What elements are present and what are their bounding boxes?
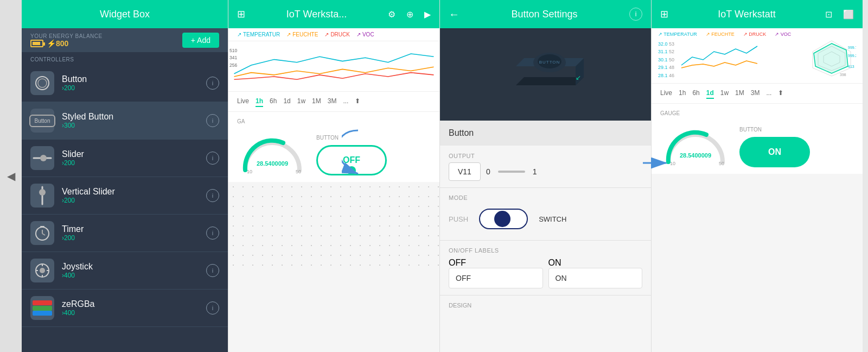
vertical-slider-widget-icon (30, 184, 54, 208)
iot-panel2-title: IoT Werkstatt (675, 9, 819, 20)
tab-3m-2[interactable]: 3M (751, 88, 760, 99)
tab-1d-1[interactable]: 1d (283, 96, 290, 107)
slider-widget-cost: ›200 (62, 159, 206, 167)
widget-item-joystick[interactable]: Joystick ›400 i (22, 252, 228, 290)
energy-bar: YOUR ENERGY BALANCE ⚡800 + Add (22, 28, 228, 52)
widget-item-vertical-slider[interactable]: Vertical Slider ›200 i (22, 177, 228, 215)
widget-item-slider[interactable]: Slider ›200 i (22, 140, 228, 177)
widget-item-zergba[interactable]: zeRGBa ›400 i (22, 290, 228, 327)
button-indicator-dot (347, 166, 356, 175)
iot-panel1-device-icon: ⊞ (237, 8, 245, 20)
slider-widget-name: Slider (62, 149, 206, 159)
vertical-slider-info-icon[interactable]: i (206, 189, 219, 202)
gauge-column-1: GA 28.5400009 10 50 (237, 118, 308, 175)
mode-toggle-container[interactable] (479, 209, 528, 229)
onoff-grid: OFF OFF ON ON (449, 258, 642, 288)
gauge-widget-2: 28.5400009 10 50 (660, 118, 731, 167)
tab-live-2[interactable]: Live (660, 88, 672, 99)
svg-text:341: 341 (229, 55, 237, 60)
iot-panel2-screen-icon[interactable]: ⊡ (825, 9, 832, 20)
widget-list: Button ›200 i Button Styled Button ›300 … (22, 65, 228, 327)
output-pin[interactable]: V11 (449, 162, 481, 181)
tab-live-1[interactable]: Live (237, 96, 249, 107)
back-navigation[interactable]: ◀ (0, 0, 22, 352)
iot-panel2-device-icon: ⊞ (660, 8, 668, 20)
joystick-widget-name: Joystick (62, 262, 206, 272)
svg-point-5 (39, 189, 46, 196)
joystick-widget-icon (30, 259, 54, 282)
gauge-widget-1: 28.5400009 10 50 (237, 127, 308, 175)
tab-more-1[interactable]: ... (343, 96, 348, 107)
tab-1h-1[interactable]: 1h (256, 96, 263, 107)
button-widget-info: Button ›200 (62, 74, 206, 92)
iot-panel1-settings-icon[interactable]: ⚙ (388, 9, 395, 20)
slider-info-icon[interactable]: i (206, 152, 219, 165)
tab-1h-2[interactable]: 1h (679, 88, 686, 99)
chart-area-1: 510 341 256 (228, 41, 439, 92)
dotted-canvas-1[interactable] (228, 182, 439, 269)
onoff-labels-section: ON/OFF LABELS OFF OFF ON ON (440, 241, 651, 296)
button-widget-on[interactable]: ON (739, 137, 810, 167)
druck-label-2: ↗ DRUCK (743, 32, 767, 37)
back-icon: ◀ (7, 169, 15, 183)
onoff-section-label: ON/OFF LABELS (449, 247, 642, 254)
mode-toggle[interactable] (479, 209, 528, 229)
styled-button-widget-name: Styled Button (62, 112, 206, 122)
svg-text:999.72: 999.72 (848, 46, 856, 49)
tab-6h-2[interactable]: 6h (692, 88, 699, 99)
voc-label-1: VOC (356, 32, 374, 37)
zergba-info-icon[interactable]: i (206, 301, 219, 315)
svg-rect-18 (33, 311, 52, 316)
svg-point-1 (38, 79, 47, 87)
button-field-name: Button (449, 128, 474, 137)
tab-6h-1[interactable]: 6h (270, 96, 277, 107)
tab-export-1[interactable]: ⬆ (355, 96, 360, 107)
tab-more-2[interactable]: ... (766, 88, 771, 99)
button-widget-off[interactable]: OFF (316, 145, 387, 175)
svg-text:28.5400009: 28.5400009 (680, 152, 711, 159)
tab-1d-2[interactable]: 1d (706, 88, 714, 99)
iot-panel1-title: IoT Werksta... (252, 9, 381, 20)
tab-1w-1[interactable]: 1w (297, 96, 305, 107)
mode-row: PUSH SWITCH (449, 204, 642, 234)
tab-1m-1[interactable]: 1M (312, 96, 321, 107)
widget-item-timer[interactable]: Timer ›200 i (22, 215, 228, 252)
button-off-text: OFF (343, 155, 360, 165)
iot-panel2-expand-icon[interactable]: ⬜ (843, 9, 854, 20)
iot-panel1-add-icon[interactable]: ⊕ (406, 9, 413, 20)
joystick-info-icon[interactable]: i (206, 264, 219, 277)
tab-3m-1[interactable]: 3M (328, 96, 337, 107)
settings-back-icon[interactable]: ← (449, 8, 459, 21)
tab-export-2[interactable]: ⬆ (778, 88, 783, 99)
settings-header: ← Button Settings i (440, 0, 651, 28)
chart-numbers-left: 32.0 53 31.1 52 30.1 50 29.1 48 28.1 46 (658, 38, 674, 79)
widget-box-panel: Widget Box YOUR ENERGY BALANCE ⚡800 + Ad… (22, 0, 228, 352)
chart-with-radar: 32.0 53 31.1 52 30.1 50 29.1 48 28.1 46 (658, 38, 856, 81)
widget-item-styled-button[interactable]: Button Styled Button ›300 i (22, 102, 228, 140)
off-value-input[interactable]: OFF (449, 268, 543, 288)
push-label: PUSH (449, 215, 468, 223)
add-button[interactable]: + Add (182, 33, 219, 48)
vertical-slider-widget-cost: ›200 (62, 197, 206, 204)
controllers-label: CONTROLLERS (22, 52, 228, 65)
settings-info-icon[interactable]: i (629, 8, 642, 21)
svg-point-11 (40, 268, 45, 273)
svg-text:398: 398 (840, 73, 846, 77)
button-widget-name: Button (62, 74, 206, 84)
widget-item-button[interactable]: Button ›200 i (22, 65, 228, 102)
button-section-label-1: BUTTON (316, 135, 387, 141)
temp-label-1: TEMPERATUR (237, 32, 280, 37)
timer-widget-name: Timer (62, 224, 206, 234)
tab-1w-2[interactable]: 1w (720, 88, 729, 99)
energy-amount: ⚡800 (47, 39, 68, 48)
on-value-input[interactable]: ON (548, 268, 643, 288)
iot-panel1-play-icon[interactable]: ▶ (424, 9, 431, 20)
settings-title: Button Settings (466, 9, 623, 20)
line-chart-2 (679, 38, 803, 76)
button-info-icon[interactable]: i (206, 77, 219, 90)
tab-1m-2[interactable]: 1M (735, 88, 744, 99)
svg-line-8 (42, 234, 45, 235)
timer-info-icon[interactable]: i (206, 227, 219, 240)
styled-button-info-icon[interactable]: i (206, 114, 219, 127)
output-section: OUTPUT V11 0 1 (440, 146, 651, 188)
